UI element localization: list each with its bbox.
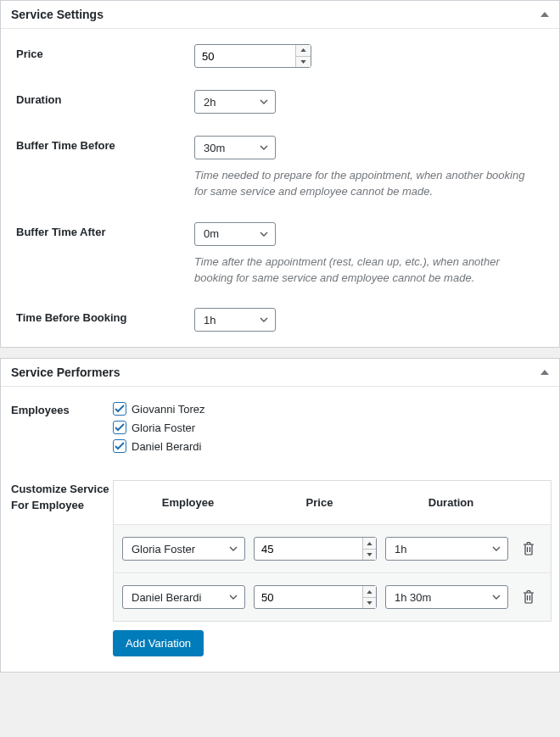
row-duration-value: 1h xyxy=(395,543,406,556)
row-employee-select[interactable]: Gloria Foster xyxy=(122,537,245,561)
employee-item: Giovanni Torez xyxy=(113,402,549,416)
row-price-up[interactable] xyxy=(363,538,376,550)
service-settings-body: Price Duration 2h Buff xyxy=(1,29,559,347)
customize-row: Customize Service For Employee Employee … xyxy=(11,480,549,656)
price-row: Price xyxy=(16,44,544,68)
employees-row: Employees Giovanni Torez Gloria Foster D… xyxy=(11,402,549,458)
collapse-icon xyxy=(540,12,549,17)
col-duration: Duration xyxy=(385,496,517,509)
row-price-input[interactable] xyxy=(254,585,377,609)
chevron-down-icon xyxy=(229,546,238,551)
buffer-after-value: 0m xyxy=(204,227,219,240)
chevron-down-icon xyxy=(260,99,268,104)
service-settings-title: Service Settings xyxy=(11,8,104,21)
employees-label: Employees xyxy=(11,402,113,416)
row-price-up[interactable] xyxy=(363,586,376,598)
price-input[interactable] xyxy=(194,44,311,68)
chevron-down-icon xyxy=(260,232,268,237)
row-price-field[interactable] xyxy=(255,538,362,560)
employee-checkbox[interactable] xyxy=(113,402,126,416)
chevron-down-icon xyxy=(492,595,501,600)
row-duration-value: 1h 30m xyxy=(395,591,431,604)
service-performers-title: Service Performers xyxy=(11,366,120,379)
row-duration-select[interactable]: 1h xyxy=(385,537,508,561)
collapse-icon xyxy=(540,370,549,375)
buffer-before-value: 30m xyxy=(204,142,225,154)
service-performers-panel: Service Performers Employees Giovanni To… xyxy=(0,358,560,673)
chevron-down-icon xyxy=(229,595,238,600)
time-before-booking-row: Time Before Booking 1h xyxy=(16,308,544,332)
row-employee-value: Daniel Berardi xyxy=(132,591,201,604)
employee-item: Daniel Berardi xyxy=(113,439,549,453)
service-performers-header[interactable]: Service Performers xyxy=(1,359,559,387)
duration-value: 2h xyxy=(204,96,216,109)
row-price-down[interactable] xyxy=(363,598,376,609)
service-settings-header[interactable]: Service Settings xyxy=(1,1,559,29)
employee-name: Giovanni Torez xyxy=(132,403,204,416)
price-input-field[interactable] xyxy=(195,45,295,67)
chevron-down-icon xyxy=(492,546,501,551)
row-price-input[interactable] xyxy=(254,537,377,561)
employee-checkbox[interactable] xyxy=(113,439,126,453)
employee-item: Gloria Foster xyxy=(113,421,549,434)
time-before-booking-value: 1h xyxy=(204,314,216,327)
trash-icon xyxy=(523,590,535,604)
row-duration-select[interactable]: 1h 30m xyxy=(385,585,508,609)
service-settings-panel: Service Settings Price Duration 2h xyxy=(0,0,560,348)
price-step-down[interactable] xyxy=(296,57,311,68)
customize-table-head: Employee Price Duration xyxy=(114,481,551,524)
chevron-down-icon xyxy=(260,317,268,322)
employee-name: Daniel Berardi xyxy=(132,440,201,453)
employee-checkbox[interactable] xyxy=(113,421,126,434)
buffer-before-row: Buffer Time Before 30m Time needed to pr… xyxy=(16,136,544,200)
buffer-after-help: Time after the appointment (rest, clean … xyxy=(194,254,534,287)
service-performers-body: Employees Giovanni Torez Gloria Foster D… xyxy=(1,387,559,672)
buffer-before-label: Buffer Time Before xyxy=(16,136,194,152)
time-before-booking-select[interactable]: 1h xyxy=(194,308,276,332)
time-before-booking-label: Time Before Booking xyxy=(16,308,194,324)
customize-row-item: Daniel Berardi xyxy=(114,572,551,621)
customize-row-item: Gloria Foster xyxy=(114,524,551,572)
row-price-down[interactable] xyxy=(363,550,376,561)
employee-name: Gloria Foster xyxy=(132,422,195,434)
trash-icon xyxy=(523,542,535,556)
buffer-after-select[interactable]: 0m xyxy=(194,222,276,246)
add-variation-button[interactable]: Add Variation xyxy=(113,630,204,656)
row-employee-select[interactable]: Daniel Berardi xyxy=(122,585,245,609)
duration-label: Duration xyxy=(16,90,194,106)
buffer-after-label: Buffer Time After xyxy=(16,222,194,238)
duration-row: Duration 2h xyxy=(16,90,544,114)
buffer-after-row: Buffer Time After 0m Time after the appo… xyxy=(16,222,544,287)
customize-label: Customize Service For Employee xyxy=(11,480,113,512)
buffer-before-help: Time needed to prepare for the appointme… xyxy=(194,168,534,200)
chevron-down-icon xyxy=(260,145,268,150)
row-price-field[interactable] xyxy=(255,586,362,608)
customize-table: Employee Price Duration Gloria Foster xyxy=(113,480,552,622)
buffer-before-select[interactable]: 30m xyxy=(194,136,276,159)
price-label: Price xyxy=(16,44,194,60)
col-employee: Employee xyxy=(122,496,254,509)
price-step-up[interactable] xyxy=(296,45,311,57)
delete-row-button[interactable] xyxy=(517,585,540,609)
delete-row-button[interactable] xyxy=(517,537,540,561)
row-employee-value: Gloria Foster xyxy=(132,543,195,556)
employees-list: Giovanni Torez Gloria Foster Daniel Bera… xyxy=(113,402,549,458)
duration-select[interactable]: 2h xyxy=(194,90,276,114)
col-price: Price xyxy=(254,496,385,509)
